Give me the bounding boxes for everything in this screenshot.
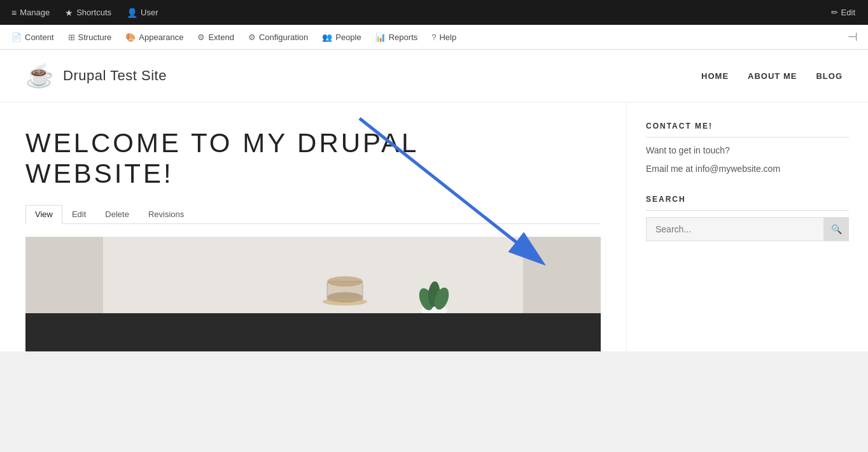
appearance-icon: 🎨 — [125, 32, 136, 42]
secondary-nav: 📄 Content ⊞ Structure 🎨 Appearance ⚙ Ext… — [0, 25, 868, 50]
contact-text-1: Want to get in touch? — [646, 144, 849, 157]
nav-structure[interactable]: ⊞ Structure — [62, 25, 118, 49]
content-icon: 📄 — [11, 32, 22, 42]
nav-home[interactable]: HOME — [701, 71, 729, 81]
search-input-wrap: 🔍 — [646, 217, 849, 241]
nav-configuration[interactable]: ⚙ Configuration — [242, 25, 314, 49]
search-title: SEARCH — [646, 195, 849, 211]
nav-reports[interactable]: 📊 Reports — [369, 25, 424, 49]
site-body: ☕ Drupal Test Site HOME ABOUT ME BLOG WE… — [0, 50, 868, 351]
site-title: Drupal Test Site — [63, 67, 167, 84]
nav-about[interactable]: ABOUT ME — [748, 71, 797, 81]
shortcuts-menu-item[interactable]: ★ Shortcuts — [59, 0, 118, 25]
user-menu-item[interactable]: 👤 User — [120, 0, 164, 25]
nav-people[interactable]: 👥 People — [316, 25, 367, 49]
contact-block: CONTACT ME! Want to get in touch? Email … — [646, 122, 849, 176]
nav-content[interactable]: 📄 Content — [5, 25, 60, 49]
page-heading: WELCOME TO MY DRUPAL WEBSITE! — [25, 128, 601, 190]
search-input[interactable] — [646, 217, 849, 241]
article-image: CREA — [25, 237, 601, 351]
article-image-svg: CREA — [25, 237, 601, 351]
svg-rect-4 — [103, 313, 523, 351]
svg-rect-3 — [103, 237, 523, 313]
user-icon: 👤 — [127, 8, 137, 18]
tab-delete[interactable]: Delete — [95, 205, 139, 223]
nav-right-icon: ⊣ — [848, 30, 858, 44]
structure-icon: ⊞ — [68, 32, 75, 42]
site-nav: HOME ABOUT ME BLOG — [701, 71, 843, 81]
pencil-icon: ✏ — [831, 8, 838, 17]
manage-menu-item[interactable]: ≡ Manage — [5, 0, 56, 25]
star-icon: ★ — [65, 8, 73, 18]
admin-toolbar: ≡ Manage ★ Shortcuts 👤 User ✏ Edit — [0, 0, 868, 25]
reports-icon: 📊 — [375, 32, 386, 42]
search-block: SEARCH 🔍 — [646, 195, 849, 241]
nav-appearance[interactable]: 🎨 Appearance — [119, 25, 190, 49]
main-content: WELCOME TO MY DRUPAL WEBSITE! View Edit … — [0, 102, 868, 351]
site-logo: ☕ Drupal Test Site — [25, 62, 167, 89]
tab-revisions[interactable]: Revisions — [139, 205, 193, 223]
tab-edit[interactable]: Edit — [62, 205, 95, 223]
edit-button[interactable]: ✏ Edit — [823, 8, 863, 17]
contact-text-2: Email me at info@mywebsite.com — [646, 162, 849, 176]
tab-view[interactable]: View — [25, 205, 62, 224]
search-icon: 🔍 — [831, 224, 842, 234]
content-area: WELCOME TO MY DRUPAL WEBSITE! View Edit … — [0, 102, 626, 351]
help-icon: ? — [431, 32, 436, 42]
extend-icon: ⚙ — [197, 32, 205, 42]
manage-icon: ≡ — [11, 8, 17, 18]
svg-point-9 — [323, 298, 367, 306]
people-icon: 👥 — [322, 32, 332, 42]
nav-blog[interactable]: BLOG — [816, 71, 843, 81]
configuration-icon: ⚙ — [248, 32, 256, 42]
site-header: ☕ Drupal Test Site HOME ABOUT ME BLOG — [0, 50, 868, 102]
search-button[interactable]: 🔍 — [823, 217, 849, 241]
nav-extend[interactable]: ⚙ Extend — [191, 25, 240, 49]
content-tabs: View Edit Delete Revisions — [25, 205, 601, 224]
secondary-nav-right: ⊣ — [848, 30, 863, 44]
logo-icon: ☕ — [25, 62, 54, 89]
svg-text:CREA: CREA — [295, 332, 319, 341]
svg-point-8 — [327, 276, 363, 286]
toolbar-right: ✏ Edit — [823, 8, 863, 17]
nav-help[interactable]: ? Help — [425, 25, 463, 49]
sidebar: CONTACT ME! Want to get in touch? Email … — [626, 102, 868, 351]
contact-title: CONTACT ME! — [646, 122, 849, 138]
